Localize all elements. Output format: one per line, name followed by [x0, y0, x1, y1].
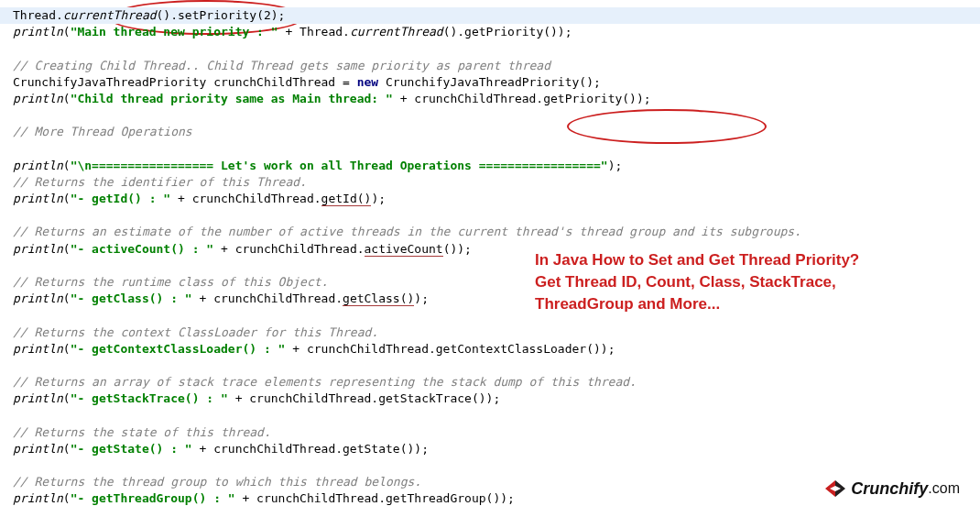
- crunchify-logo: Crunchify.com: [823, 478, 960, 500]
- code-line-24: println("- getStackTrace() : " + crunchC…: [13, 390, 967, 407]
- code-comment: // Returns an estimate of the number of …: [13, 224, 967, 240]
- code-comment: // Returns the context ClassLoader for t…: [13, 324, 967, 341]
- code-line-21: println("- getContextClassLoader() : " +…: [13, 341, 967, 358]
- code-comment: // Creating Child Thread.. Child Thread …: [13, 58, 967, 74]
- code-line-blank: [13, 207, 967, 224]
- code-line-blank: [13, 408, 967, 424]
- code-line-blank: [13, 457, 967, 474]
- code-line-blank: [13, 107, 967, 124]
- code-comment: // Returns the identifier of this Thread…: [13, 174, 967, 191]
- code-comment: // Returns the state of this thread.: [13, 424, 967, 441]
- svg-marker-0: [825, 480, 835, 497]
- code-line-blank: [13, 141, 967, 158]
- code-line-blank: [13, 358, 967, 374]
- code-line-12: println("- getId() : " + crunchChildThre…: [13, 191, 967, 207]
- code-line-27: println("- getState() : " + crunchChildT…: [13, 441, 967, 457]
- annotation-callout-title: In Java How to Set and Get Thread Priori…: [535, 249, 859, 314]
- crunchify-logo-icon: [823, 478, 847, 499]
- code-line-1: Thread.currentThread().setPriority(2);: [0, 7, 980, 24]
- code-line-blank: [13, 40, 967, 57]
- code-line-6: println("Child thread priority same as M…: [13, 91, 967, 107]
- svg-marker-1: [835, 480, 845, 497]
- code-comment: // Returns an array of stack trace eleme…: [13, 374, 967, 390]
- code-line-10: println("\n================= Let's work …: [13, 158, 967, 174]
- code-line-2: println("Main thread new priority : " + …: [13, 24, 967, 40]
- code-line-5: CrunchifyJavaThreadPriority crunchChildT…: [13, 74, 967, 91]
- code-comment: // More Thread Operations: [13, 124, 967, 140]
